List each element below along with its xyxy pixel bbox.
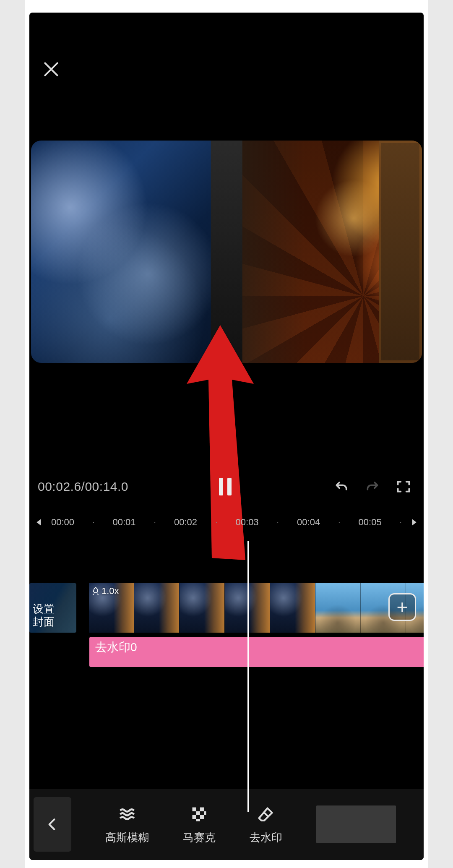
svg-rect-2: [200, 807, 203, 811]
svg-rect-7: [196, 819, 200, 821]
set-cover-button[interactable]: 设置 封面: [29, 583, 76, 633]
jump-to-start-button[interactable]: [33, 517, 44, 528]
speed-badge: 1.0x: [91, 586, 119, 597]
video-preview[interactable]: [31, 141, 422, 363]
ruler-track: 00:00 · 00:01 · 00:02 · 00:03 · 00:04 · …: [44, 517, 409, 528]
top-bar: [29, 44, 424, 94]
ruler-tick: 00:05: [359, 517, 382, 528]
eraser-icon: [256, 804, 276, 824]
clip-thumb[interactable]: [315, 583, 361, 633]
redo-icon: [364, 478, 381, 495]
ruler-tick: 00:01: [113, 517, 136, 528]
playback-controls: 00:02.6/00:14.0: [29, 470, 424, 503]
ruler-dot: ·: [215, 518, 217, 527]
skip-end-icon: [411, 518, 419, 527]
set-cover-label-line1: 设置: [33, 602, 73, 615]
rocket-icon: [91, 587, 100, 595]
tool-label: 去水印: [250, 830, 282, 845]
undo-button[interactable]: [330, 475, 353, 498]
chevron-left-icon: [45, 817, 60, 832]
timeline[interactable]: 设置 封面 1.0x: [29, 583, 424, 818]
ruler-dot: ·: [277, 518, 279, 527]
svg-rect-6: [200, 815, 203, 818]
plus-icon: +: [397, 596, 408, 618]
preview-right-scene: [226, 141, 422, 363]
effect-label: 去水印0: [95, 639, 137, 655]
svg-rect-1: [192, 807, 196, 811]
mosaic-icon: [189, 804, 209, 824]
ruler-dot: ·: [154, 518, 156, 527]
clip-thumb[interactable]: 1.0x: [89, 583, 134, 633]
ruler-tick: 00:04: [297, 517, 320, 528]
add-clip-button[interactable]: +: [388, 593, 416, 621]
tool-label: 马赛克: [183, 830, 216, 845]
close-icon[interactable]: [41, 59, 61, 79]
ruler-tick: 00:03: [236, 517, 259, 528]
clip-row: 设置 封面 1.0x: [29, 583, 424, 633]
effect-track-remove-watermark[interactable]: 去水印0: [89, 637, 424, 667]
ruler-dot: ·: [338, 518, 340, 527]
skip-start-icon: [34, 518, 42, 527]
toolbar-censored-area: [316, 805, 396, 843]
ruler-dot: ·: [400, 518, 402, 527]
jump-to-end-button[interactable]: [409, 517, 420, 528]
waves-icon: [117, 804, 137, 824]
speed-value: 1.0x: [102, 586, 119, 597]
undo-icon: [333, 478, 350, 495]
status-bar: [29, 13, 424, 44]
clip-thumb[interactable]: [134, 583, 180, 633]
svg-rect-4: [204, 811, 206, 815]
clip-thumb[interactable]: [180, 583, 225, 633]
video-editor-screen: 00:02.6/00:14.0 00:00 · 00:01: [29, 13, 424, 860]
ruler-tick: 00:02: [174, 517, 197, 528]
pause-icon: [219, 478, 232, 495]
svg-rect-5: [192, 815, 196, 818]
playhead[interactable]: [247, 541, 249, 812]
tool-remove-watermark[interactable]: 去水印: [250, 804, 282, 845]
clip-thumb[interactable]: [270, 583, 315, 633]
set-cover-label-line2: 封面: [33, 615, 73, 628]
toolbar-back-button[interactable]: [34, 797, 71, 852]
tool-gaussian-blur[interactable]: 高斯模糊: [105, 804, 149, 845]
ruler-dot: ·: [92, 518, 94, 527]
fullscreen-button[interactable]: [392, 475, 415, 498]
clip-thumbnails[interactable]: 1.0x: [89, 583, 424, 633]
redo-button: [361, 475, 384, 498]
ruler-tick: 00:00: [51, 517, 74, 528]
pause-button[interactable]: [215, 476, 236, 497]
tool-label: 高斯模糊: [105, 830, 149, 845]
fullscreen-icon: [395, 478, 412, 495]
preview-road: [211, 141, 242, 363]
bottom-toolbar: 高斯模糊 马赛克 去水印: [29, 789, 424, 860]
preview-left-scene: [31, 141, 226, 363]
timeline-ruler[interactable]: 00:00 · 00:01 · 00:02 · 00:03 · 00:04 · …: [29, 512, 424, 533]
svg-rect-3: [196, 811, 200, 815]
tool-mosaic[interactable]: 马赛克: [183, 804, 216, 845]
timecode: 00:02.6/00:14.0: [38, 480, 128, 494]
